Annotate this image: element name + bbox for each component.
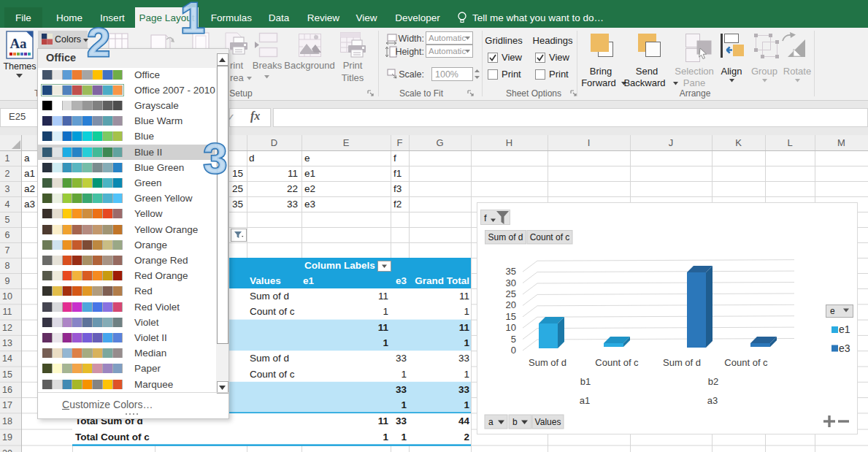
svg-text:1: 1 — [180, 0, 204, 42]
svg-text:3: 3 — [204, 134, 227, 182]
svg-text:2: 2 — [87, 19, 110, 65]
